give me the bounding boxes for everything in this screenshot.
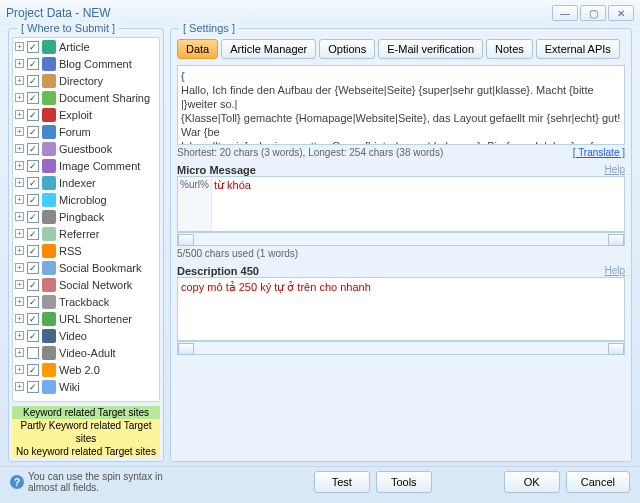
tree-item[interactable]: + ✓ Exploit [13, 106, 159, 123]
checkbox[interactable]: ✓ [27, 211, 39, 223]
checkbox[interactable]: ✓ [27, 177, 39, 189]
expand-icon[interactable]: + [15, 144, 24, 153]
checkbox[interactable] [27, 347, 39, 359]
tree-item[interactable]: + ✓ Video [13, 327, 159, 344]
scrollbar-horizontal[interactable] [177, 232, 625, 246]
tree-item[interactable]: + ✓ URL Shortener [13, 310, 159, 327]
expand-icon[interactable]: + [15, 110, 24, 119]
tree-item[interactable]: + ✓ Blog Comment [13, 55, 159, 72]
tree-item[interactable]: + ✓ Web 2.0 [13, 361, 159, 378]
tree-item-label: Web 2.0 [59, 364, 100, 376]
checkbox[interactable]: ✓ [27, 313, 39, 325]
checkbox[interactable]: ✓ [27, 109, 39, 121]
tree-item-label: Blog Comment [59, 58, 132, 70]
expand-icon[interactable]: + [15, 263, 24, 272]
expand-icon[interactable]: + [15, 331, 24, 340]
expand-icon[interactable]: + [15, 76, 24, 85]
submit-tree[interactable]: + ✓ Article+ ✓ Blog Comment+ ✓ Directory… [12, 37, 160, 402]
expand-icon[interactable]: + [15, 280, 24, 289]
translate-link[interactable]: [ Translate ] [573, 147, 625, 158]
expand-icon[interactable]: + [15, 297, 24, 306]
tree-item[interactable]: + ✓ Microblog [13, 191, 159, 208]
checkbox[interactable]: ✓ [27, 160, 39, 172]
tree-item[interactable]: + ✓ RSS [13, 242, 159, 259]
tree-item[interactable]: + ✓ Trackback [13, 293, 159, 310]
checkbox[interactable]: ✓ [27, 262, 39, 274]
tab-external-apis[interactable]: External APIs [536, 39, 620, 59]
ok-button[interactable]: OK [504, 471, 560, 493]
expand-icon[interactable]: + [15, 161, 24, 170]
checkbox[interactable]: ✓ [27, 381, 39, 393]
expand-icon[interactable]: + [15, 59, 24, 68]
checkbox[interactable]: ✓ [27, 228, 39, 240]
checkbox[interactable]: ✓ [27, 92, 39, 104]
expand-icon[interactable]: + [15, 382, 24, 391]
tree-item[interactable]: + ✓ Social Bookmark [13, 259, 159, 276]
tree-item[interactable]: + ✓ Wiki [13, 378, 159, 395]
tree-item[interactable]: + ✓ Guestbook [13, 140, 159, 157]
tree-item[interactable]: + ✓ Image Comment [13, 157, 159, 174]
checkbox[interactable]: ✓ [27, 143, 39, 155]
tabs-bar: DataArticle ManagerOptionsE-Mail verific… [177, 39, 625, 59]
checkbox[interactable]: ✓ [27, 41, 39, 53]
checkbox[interactable]: ✓ [27, 330, 39, 342]
category-icon [42, 227, 56, 241]
expand-icon[interactable]: + [15, 314, 24, 323]
checkbox[interactable]: ✓ [27, 126, 39, 138]
checkbox[interactable]: ✓ [27, 245, 39, 257]
cancel-button[interactable]: Cancel [566, 471, 630, 493]
category-icon [42, 210, 56, 224]
expand-icon[interactable]: + [15, 348, 24, 357]
help-icon: ? [10, 475, 24, 489]
expand-icon[interactable]: + [15, 212, 24, 221]
tree-item[interactable]: + ✓ Forum [13, 123, 159, 140]
expand-icon[interactable]: + [15, 127, 24, 136]
category-icon [42, 295, 56, 309]
close-button[interactable]: ✕ [608, 5, 634, 21]
minimize-button[interactable]: — [552, 5, 578, 21]
tree-item-label: Forum [59, 126, 91, 138]
tree-item[interactable]: + ✓ Indexer [13, 174, 159, 191]
tab-options[interactable]: Options [319, 39, 375, 59]
tree-item[interactable]: + ✓ Article [13, 38, 159, 55]
expand-icon[interactable]: + [15, 229, 24, 238]
category-icon [42, 244, 56, 258]
micro-message-box[interactable]: %url% từ khóa [177, 176, 625, 232]
tree-item-label: Guestbook [59, 143, 112, 155]
expand-icon[interactable]: + [15, 93, 24, 102]
category-icon [42, 363, 56, 377]
micro-value[interactable]: từ khóa [212, 177, 624, 231]
maximize-button[interactable]: ▢ [580, 5, 606, 21]
message-textarea[interactable] [177, 65, 625, 145]
expand-icon[interactable]: + [15, 178, 24, 187]
checkbox[interactable]: ✓ [27, 75, 39, 87]
tree-item[interactable]: + ✓ Social Network [13, 276, 159, 293]
tab-e-mail-verification[interactable]: E-Mail verification [378, 39, 483, 59]
tree-item[interactable]: + ✓ Document Sharing [13, 89, 159, 106]
scrollbar-horizontal[interactable] [177, 341, 625, 355]
expand-icon[interactable]: + [15, 246, 24, 255]
tools-button[interactable]: Tools [376, 471, 432, 493]
tree-item[interactable]: + ✓ Referrer [13, 225, 159, 242]
desc-help-link[interactable]: Help [604, 265, 625, 277]
checkbox[interactable]: ✓ [27, 364, 39, 376]
tree-item[interactable]: + ✓ Pingback [13, 208, 159, 225]
micro-help-link[interactable]: Help [604, 164, 625, 176]
tab-article-manager[interactable]: Article Manager [221, 39, 316, 59]
tab-notes[interactable]: Notes [486, 39, 533, 59]
expand-icon[interactable]: + [15, 195, 24, 204]
test-button[interactable]: Test [314, 471, 370, 493]
expand-icon[interactable]: + [15, 42, 24, 51]
tree-item-label: Social Bookmark [59, 262, 142, 274]
checkbox[interactable]: ✓ [27, 194, 39, 206]
checkbox[interactable]: ✓ [27, 58, 39, 70]
legend-keyword: Keyword related Target sites [12, 406, 160, 419]
tree-item[interactable]: + Video-Adult [13, 344, 159, 361]
description-textarea[interactable]: copy mô tả 250 ký tự ở trên cho nhanh [177, 277, 625, 341]
checkbox[interactable]: ✓ [27, 279, 39, 291]
tree-item[interactable]: + ✓ Directory [13, 72, 159, 89]
hint-line1: You can use the spin syntax in [28, 471, 163, 482]
expand-icon[interactable]: + [15, 365, 24, 374]
checkbox[interactable]: ✓ [27, 296, 39, 308]
tab-data[interactable]: Data [177, 39, 218, 59]
